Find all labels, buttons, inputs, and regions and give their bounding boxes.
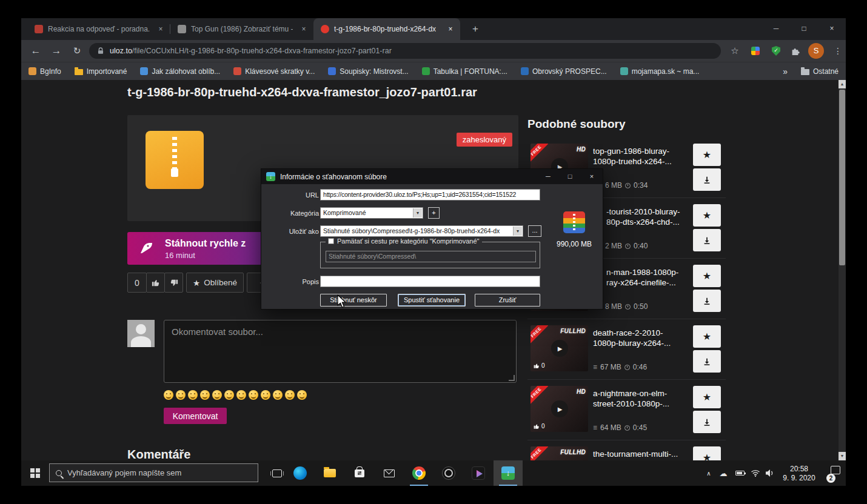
idm-app-button[interactable]: ↓ — [494, 460, 523, 486]
speaker-icon[interactable] — [762, 460, 778, 486]
emoji-icon[interactable] — [297, 390, 307, 400]
profile-avatar[interactable]: S — [808, 43, 824, 59]
emoji-icon[interactable] — [285, 390, 295, 400]
page-scrollbar[interactable]: ▲ ▼ — [839, 80, 846, 460]
new-tab-button[interactable]: + — [467, 21, 483, 37]
bookmark-item[interactable]: Importované — [75, 67, 127, 76]
thumbs-up-button[interactable] — [146, 273, 165, 293]
bookmark-item[interactable]: Soupisky: Mistrovst... — [328, 67, 408, 76]
browser-menu-icon[interactable]: ⋮ — [830, 43, 846, 59]
file-title[interactable]: death-race-2-2010- 1080p-bluray-x264-... — [593, 328, 695, 348]
store-app-button[interactable] — [345, 460, 374, 486]
dropdown-arrow-icon[interactable]: ▾ — [513, 227, 522, 236]
bookmark-item[interactable]: Tabulka | FORTUNA:... — [422, 67, 507, 76]
bookmark-item[interactable]: mojamapa.sk ~ ma... — [620, 67, 700, 76]
emoji-icon[interactable] — [200, 390, 210, 400]
favorite-button[interactable]: ★ — [693, 325, 721, 348]
scroll-up-arrow[interactable]: ▲ — [839, 80, 846, 88]
emoji-icon[interactable] — [261, 390, 270, 400]
resize-handle[interactable] — [509, 375, 515, 381]
bookmarks-overflow-chevron[interactable]: » — [783, 67, 788, 76]
forward-button[interactable]: → — [48, 42, 65, 59]
window-maximize-button[interactable]: □ — [790, 18, 818, 39]
tab-close-icon[interactable]: × — [156, 24, 166, 34]
video-thumbnail[interactable]: FREE HD ▶ 0 — [531, 386, 588, 432]
thumbs-down-button[interactable] — [164, 273, 183, 293]
scroll-down-arrow[interactable]: ▼ — [839, 452, 846, 460]
emoji-icon[interactable] — [188, 390, 198, 400]
cancel-button[interactable]: Zrušiť — [475, 294, 540, 307]
back-button[interactable]: ← — [27, 42, 44, 59]
file-explorer-app-button[interactable] — [315, 460, 344, 486]
dialog-minimize-button[interactable]: ─ — [537, 169, 559, 184]
bookmark-star-icon[interactable]: ☆ — [727, 43, 743, 59]
file-title[interactable]: the-tournament-multi-... — [593, 449, 695, 459]
start-button[interactable] — [21, 460, 49, 486]
battery-icon[interactable] — [732, 460, 748, 486]
video-thumbnail[interactable]: FREE FULLHD ▶ — [531, 446, 588, 460]
comment-submit-button[interactable]: Komentovat — [164, 408, 227, 424]
emoji-icon[interactable] — [249, 390, 258, 400]
tab-close-icon[interactable]: × — [299, 24, 309, 34]
tab-close-icon[interactable]: × — [446, 24, 455, 34]
shield-extension-icon[interactable]: ✓ — [768, 43, 784, 59]
play-icon[interactable]: ▶ — [551, 340, 568, 357]
emoji-icon[interactable] — [176, 390, 186, 400]
bookmark-item[interactable]: BgInfo — [28, 67, 61, 76]
tray-chevron-up-icon[interactable]: ∧ — [701, 460, 716, 486]
save-as-dropdown[interactable]: Stiahnuté súbory\Compressed\t-g-1986-br-… — [320, 225, 523, 237]
add-category-button[interactable]: + — [428, 207, 440, 219]
category-dropdown[interactable]: Komprimované ▾ — [320, 207, 423, 219]
browse-button[interactable]: ... — [528, 225, 541, 237]
download-button[interactable] — [693, 168, 721, 191]
wifi-icon[interactable] — [748, 460, 763, 486]
dialog-maximize-button[interactable]: □ — [559, 169, 581, 184]
scrollbar-thumb[interactable] — [839, 90, 845, 265]
file-title[interactable]: a-nightmare-on-elm- street-2010-1080p-..… — [593, 388, 695, 409]
emoji-icon[interactable] — [273, 390, 283, 400]
emoji-icon[interactable] — [212, 390, 222, 400]
bookmark-item[interactable]: Jak zálohovat oblíb... — [140, 67, 220, 76]
bookmark-item[interactable]: Obrovský PROSPEC... — [521, 67, 607, 76]
emoji-icon[interactable] — [236, 390, 246, 400]
address-bar[interactable]: uloz.to/file/CoCUxhLH/t-g-1986-br-80p-tr… — [89, 43, 721, 59]
extensions-puzzle-icon[interactable] — [788, 43, 803, 59]
favorite-button[interactable]: ★ — [693, 386, 721, 408]
favorite-button[interactable]: ★ — [693, 265, 721, 287]
remember-path-checkbox[interactable] — [328, 238, 334, 244]
file-title[interactable]: top-gun-1986-bluray- 1080p-truehd-x264-.… — [593, 146, 695, 167]
favorite-button[interactable]: ★ — [693, 144, 721, 166]
favorite-button[interactable]: ★ — [693, 204, 721, 227]
start-download-button[interactable]: Spustiť sťahovanie — [398, 294, 466, 307]
favorite-button[interactable]: ★ — [693, 446, 721, 460]
emoji-icon[interactable] — [224, 390, 234, 400]
chrome-app-button[interactable] — [404, 460, 434, 486]
tab-3-active[interactable]: t-g-1986-br-80p-truehd-x264-dx × — [313, 18, 460, 40]
play-icon[interactable]: ▶ — [551, 400, 568, 417]
favorite-button[interactable]: ★ Oblíbené — [186, 273, 244, 293]
taskbar-search-input[interactable]: Vyhľadávaný pojem napíšte sem — [49, 463, 258, 482]
emoji-icon[interactable] — [164, 390, 173, 400]
url-field[interactable]: https://content-provider30.uloz.to/Ps;Hs… — [320, 189, 540, 201]
bookmark-item[interactable]: Klávesové skratky v... — [233, 67, 315, 76]
window-minimize-button[interactable]: ─ — [762, 18, 790, 39]
mail-app-button[interactable] — [375, 460, 404, 486]
taskbar-clock[interactable]: 20:58 9. 9. 2020 — [778, 460, 820, 486]
onedrive-cloud-icon[interactable]: ☁ — [716, 460, 731, 486]
action-center-button[interactable]: 2 — [825, 460, 846, 486]
dark-circle-app-button[interactable] — [434, 460, 463, 486]
dialog-close-button[interactable]: × — [581, 169, 603, 184]
comment-textarea[interactable]: Okomentovat soubor... — [164, 320, 517, 383]
video-thumbnail[interactable]: FREE FULLHD ▶ 0 — [531, 325, 588, 371]
download-later-button[interactable]: Stiahnuť neskôr — [320, 294, 387, 307]
colorful-extension-icon[interactable] — [748, 43, 763, 59]
media-player-app-button[interactable] — [464, 460, 493, 486]
dropdown-arrow-icon[interactable]: ▾ — [413, 208, 422, 217]
tab-1[interactable]: Reakcia na odpoveď - poradna.n × — [27, 18, 170, 40]
reload-button[interactable]: ↻ — [69, 42, 85, 59]
tab-2[interactable]: Top Gun (1986) Zobraziť tému - V × — [170, 18, 313, 40]
other-bookmarks-folder[interactable]: Ostatné — [801, 67, 839, 76]
download-button[interactable] — [693, 229, 721, 251]
edge-app-button[interactable] — [286, 460, 315, 486]
download-button[interactable] — [693, 290, 721, 312]
